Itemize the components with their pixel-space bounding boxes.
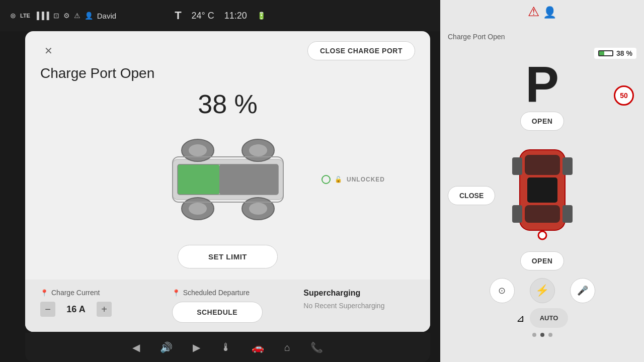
lock-icon: 🔓 — [335, 176, 343, 183]
decrement-current-button[interactable]: − — [40, 302, 55, 317]
dialog-title: Charge Port Open — [25, 65, 430, 84]
supercharging-section: Supercharging No Recent Supercharging — [303, 289, 415, 310]
green-dot-icon — [321, 175, 331, 184]
climate-icon[interactable]: 🌡 — [220, 341, 231, 354]
charge-current-section: 📍 Charge Current − 16 A + — [40, 289, 152, 317]
screen-icon: ⊡ — [53, 12, 59, 20]
svg-point-7 — [249, 203, 267, 215]
svg-point-11 — [249, 144, 267, 156]
bluetooth-icon: ⊛ — [10, 12, 16, 20]
phone-icon[interactable]: 📞 — [310, 341, 323, 353]
close-charge-port-button[interactable]: CLOSE CHARGE PORT — [307, 41, 415, 60]
schedule-button[interactable]: SCHEDULE — [172, 302, 263, 323]
location-pin-icon: 📍 — [40, 289, 48, 297]
settings-ring-icon: ⊙ — [498, 285, 506, 296]
svg-rect-2 — [219, 164, 278, 195]
user-name: David — [97, 12, 116, 20]
status-bar-center: T 24° C 11:20 🔋 — [175, 9, 266, 22]
svg-point-5 — [189, 203, 207, 215]
close-right-button[interactable]: CLOSE — [448, 186, 495, 205]
no-supercharging-label: No Recent Supercharging — [303, 302, 415, 310]
tesla-logo: T — [175, 9, 181, 22]
tesla-screen: ⊛ LTE ▐▐▐ ⊡ ⚙ ⚠ 👤 David T 24° C 11:20 🔋 … — [0, 0, 440, 362]
dot-3 — [548, 333, 552, 337]
unlocked-label: UNLOCKED — [347, 176, 385, 183]
right-charge-port-title: Charge Port Open — [448, 33, 505, 41]
lte-icon: LTE — [20, 13, 30, 19]
signal-icon: ▐▐▐ — [34, 12, 49, 20]
unlocked-indicator: 🔓 UNLOCKED — [321, 175, 385, 184]
car-status-icon[interactable]: 🚗 — [252, 341, 264, 353]
departure-pin-icon: 📍 — [172, 289, 180, 297]
right-car-section: OPEN — [448, 112, 636, 270]
svg-point-9 — [189, 144, 207, 156]
bolt-icon: ⚡ — [535, 284, 549, 297]
svg-rect-19 — [512, 205, 522, 223]
svg-rect-16 — [527, 177, 557, 203]
alert-icon: ⚠ — [74, 12, 80, 20]
speed-limit-button[interactable]: 50 — [614, 85, 634, 106]
car-topview-svg — [510, 135, 575, 245]
car-visualization: 🔓 UNLOCKED — [40, 124, 415, 235]
dot-1 — [532, 333, 536, 337]
volume-icon[interactable]: 🔊 — [160, 341, 173, 353]
open-top-button[interactable]: OPEN — [520, 112, 565, 131]
svg-point-21 — [538, 231, 546, 239]
wiper-icon[interactable]: ⊿ — [516, 312, 525, 324]
increment-current-button[interactable]: + — [97, 302, 112, 317]
status-bar: ⊛ LTE ▐▐▐ ⊡ ⚙ ⚠ 👤 David T 24° C 11:20 🔋 — [0, 0, 440, 31]
current-value-display: 16 A — [63, 304, 89, 315]
settings-control-button[interactable]: ⊙ — [490, 278, 515, 303]
svg-rect-1 — [178, 164, 219, 195]
svg-rect-14 — [525, 155, 560, 175]
right-battery-percent: 38 % — [616, 49, 632, 57]
microphone-button[interactable]: 🎤 — [570, 278, 595, 303]
status-bar-left: ⊛ LTE ▐▐▐ ⊡ ⚙ ⚠ 👤 David — [10, 12, 116, 20]
right-battery-indicator: 38 % — [594, 48, 636, 59]
back-icon[interactable]: ◀ — [132, 341, 140, 353]
page-dots — [532, 333, 552, 337]
settings-icon: ⚙ — [63, 12, 70, 20]
svg-rect-18 — [562, 157, 573, 175]
open-bottom-button[interactable]: OPEN — [520, 251, 565, 270]
battery-percent-display: 38 % — [25, 84, 430, 124]
right-panel: ⚠ 👤 Charge Port Open 38 % P 50 OPEN — [440, 0, 644, 362]
forward-icon[interactable]: ▶ — [193, 341, 200, 353]
svg-rect-17 — [512, 157, 522, 175]
current-control: − 16 A + — [40, 302, 152, 317]
dot-2 — [540, 333, 544, 337]
scheduled-departure-label: 📍 Scheduled Departure — [172, 289, 284, 297]
scheduled-departure-section: 📍 Scheduled Departure SCHEDULE — [172, 289, 284, 323]
set-limit-button[interactable]: SET LIMIT — [178, 245, 278, 268]
temperature-display: 24° C — [192, 11, 214, 21]
supercharging-title: Supercharging — [303, 289, 415, 298]
time-display: 11:20 — [224, 11, 247, 21]
dialog-header: ✕ CLOSE CHARGE PORT — [25, 31, 430, 65]
dialog-bottom: 📍 Charge Current − 16 A + 📍 Scheduled De… — [25, 280, 430, 332]
charge-current-label: 📍 Charge Current — [40, 289, 152, 297]
charge-dialog: ✕ CLOSE CHARGE PORT Charge Port Open 38 … — [25, 31, 430, 332]
microphone-icon: 🎤 — [577, 285, 588, 296]
user-icon: 👤 — [85, 12, 93, 20]
close-dialog-button[interactable]: ✕ — [40, 43, 56, 59]
charge-bolt-button[interactable]: ⚡ — [530, 278, 555, 303]
home-icon[interactable]: ⌂ — [284, 342, 290, 353]
battery-status-icon: 🔋 — [257, 12, 266, 20]
right-bottom-controls: ⊙ ⚡ 🎤 — [490, 278, 595, 303]
car-chassis-svg — [132, 129, 324, 230]
park-letter: P — [525, 59, 559, 109]
svg-rect-15 — [525, 205, 560, 223]
battery-bar-icon — [598, 50, 613, 56]
taskbar: ◀ 🔊 ▶ 🌡 🚗 ⌂ 📞 — [25, 333, 430, 362]
svg-rect-20 — [562, 205, 573, 223]
auto-wiper-button[interactable]: AUTO — [530, 308, 569, 328]
person-alert-icon: ⚠ 👤 — [528, 4, 556, 20]
